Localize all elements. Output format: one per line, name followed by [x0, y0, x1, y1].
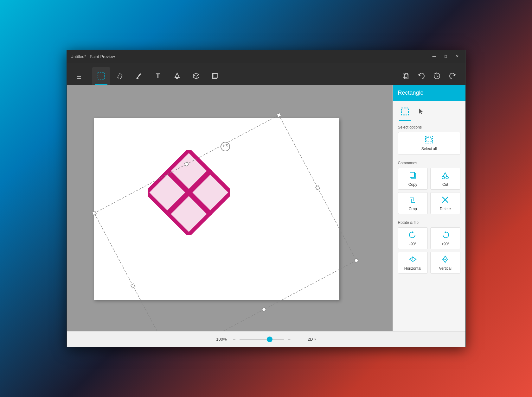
- svg-line-33: [443, 173, 445, 176]
- svg-rect-24: [262, 307, 266, 312]
- select-all-label: Select all: [421, 147, 437, 151]
- rotate-minus-90-label: -90°: [409, 242, 416, 246]
- undo-button[interactable]: [415, 67, 429, 85]
- crop-icon: [409, 196, 417, 205]
- select-all-button[interactable]: Select all: [398, 132, 460, 154]
- zoom-slider[interactable]: [240, 339, 284, 340]
- crop-label: Crop: [409, 207, 417, 211]
- select-all-icon: [425, 135, 433, 145]
- toolbar-right: [400, 67, 459, 85]
- right-panel: Rectangle Select options: [393, 85, 465, 331]
- copy-label: Copy: [408, 182, 417, 187]
- svg-rect-2: [176, 78, 178, 79]
- svg-rect-18: [277, 113, 281, 117]
- delete-button[interactable]: Delete: [430, 192, 460, 214]
- zoom-percent: 100%: [216, 337, 229, 342]
- rotate-plus-90-icon: [441, 231, 449, 240]
- crop-button[interactable]: Crop: [398, 192, 428, 214]
- close-button[interactable]: ✕: [453, 52, 462, 61]
- delete-icon: [441, 196, 449, 205]
- dimension-select[interactable]: 2D ▾: [308, 337, 316, 342]
- svg-rect-26: [401, 108, 408, 115]
- svg-rect-20: [354, 258, 358, 263]
- window-title: Untitled* - Paint Preview: [71, 54, 427, 59]
- rotate-flip-label: Rotate & flip: [398, 220, 460, 225]
- cut-label: Cut: [442, 182, 448, 187]
- tool-text[interactable]: T: [149, 67, 167, 85]
- svg-point-32: [446, 176, 448, 179]
- history-button[interactable]: [430, 67, 444, 85]
- tool-brush[interactable]: [130, 67, 148, 85]
- canvas-area[interactable]: [67, 85, 393, 331]
- select-options-section: Select options Select all: [393, 121, 465, 157]
- svg-line-34: [445, 173, 447, 176]
- panel-header: Rectangle: [393, 85, 465, 101]
- tool-freeform-select[interactable]: [111, 67, 129, 85]
- toolbar: ☰ T: [67, 63, 465, 85]
- maximize-button[interactable]: □: [441, 52, 450, 61]
- tool-fill[interactable]: [168, 67, 186, 85]
- tool-3d[interactable]: [187, 67, 205, 85]
- rectangle-select-icon: [97, 72, 105, 80]
- brush-icon: [135, 72, 143, 80]
- rectangle-mode-button[interactable]: [398, 104, 412, 118]
- svg-rect-28: [427, 137, 431, 142]
- menu-icon: ☰: [76, 73, 81, 80]
- dimension-arrow-icon: ▾: [314, 337, 316, 341]
- zoom-minus-button[interactable]: −: [233, 337, 235, 342]
- cursor-mode-button[interactable]: [414, 104, 428, 118]
- title-bar: Untitled* - Paint Preview — □ ✕: [67, 50, 465, 63]
- cut-button[interactable]: Cut: [430, 168, 460, 190]
- freeform-select-icon: [116, 72, 124, 80]
- rotate-minus-90-button[interactable]: -90°: [398, 227, 428, 249]
- zoom-plus-button[interactable]: +: [288, 337, 291, 342]
- svg-rect-0: [98, 73, 104, 79]
- menu-button[interactable]: ☰: [73, 69, 85, 85]
- cursor-mode-icon: [418, 108, 425, 115]
- main-window: Untitled* - Paint Preview — □ ✕ ☰ T: [67, 50, 466, 347]
- windows-logo: [148, 150, 230, 235]
- zoom-thumb[interactable]: [267, 337, 272, 342]
- rotate-flip-grid: -90° +90°: [398, 227, 460, 274]
- svg-rect-30: [410, 172, 414, 177]
- tool-3d-shapes[interactable]: [206, 67, 224, 85]
- flip-horizontal-label: Horizontal: [404, 266, 421, 271]
- paste-button[interactable]: [400, 67, 413, 85]
- paste-icon: [403, 72, 410, 80]
- rotate-plus-90-label: +90°: [441, 242, 449, 246]
- flip-vertical-button[interactable]: Vertical: [430, 252, 460, 274]
- panel-title: Rectangle: [398, 90, 424, 96]
- bottom-bar: 100% − + 2D ▾: [67, 331, 465, 347]
- 3d-shapes-icon: [211, 72, 219, 80]
- main-area: Rectangle Select options: [67, 85, 465, 331]
- copy-button[interactable]: Copy: [398, 168, 428, 190]
- rotate-flip-section: Rotate & flip -90°: [393, 217, 465, 276]
- fill-icon: [173, 72, 181, 80]
- commands-section: Commands Copy: [393, 157, 465, 217]
- cut-icon: [441, 171, 449, 180]
- flip-vertical-icon: [441, 255, 449, 264]
- flip-horizontal-button[interactable]: Horizontal: [398, 252, 428, 274]
- select-options-label: Select options: [398, 125, 460, 129]
- flip-horizontal-icon: [409, 255, 417, 264]
- svg-rect-6: [405, 73, 408, 75]
- redo-icon: [448, 72, 456, 80]
- mode-row: [393, 101, 465, 121]
- redo-button[interactable]: [445, 67, 459, 85]
- svg-point-31: [442, 176, 445, 179]
- minimize-button[interactable]: —: [430, 52, 439, 61]
- commands-label: Commands: [398, 161, 460, 165]
- rotate-plus-90-button[interactable]: +90°: [430, 227, 460, 249]
- delete-label: Delete: [440, 207, 451, 211]
- undo-icon: [418, 72, 426, 80]
- 3d-icon: [192, 72, 200, 80]
- svg-point-1: [137, 77, 138, 79]
- text-icon: T: [156, 72, 160, 80]
- copy-icon: [409, 171, 417, 180]
- tool-rectangle-select[interactable]: [92, 67, 110, 85]
- history-icon: [433, 72, 441, 80]
- flip-vertical-label: Vertical: [439, 266, 452, 271]
- dimension-value: 2D: [308, 337, 313, 342]
- commands-grid: Copy Cut: [398, 168, 460, 214]
- rotate-minus-90-icon: [409, 231, 417, 240]
